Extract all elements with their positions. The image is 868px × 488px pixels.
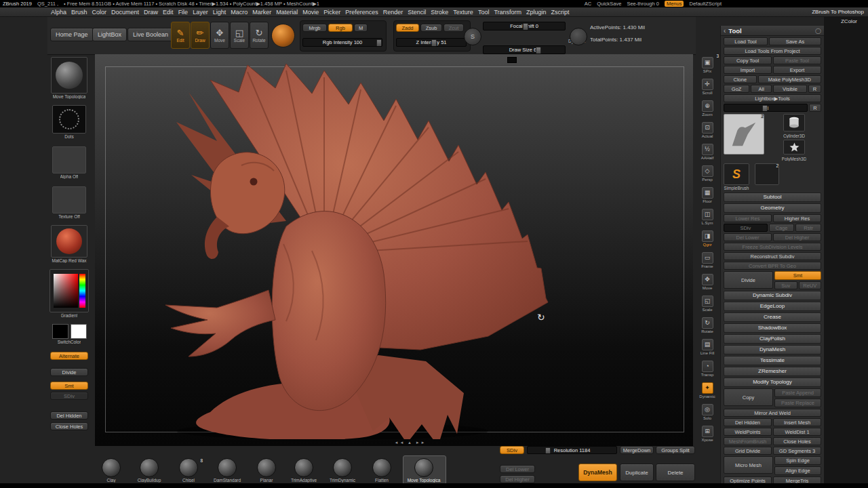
quicksave-button[interactable]: QuickSave bbox=[597, 1, 621, 7]
section-geometry[interactable]: Geometry bbox=[724, 203, 821, 213]
grid-divide-button[interactable]: Grid Divide bbox=[724, 447, 772, 455]
brush-clay[interactable]: Clay bbox=[92, 458, 130, 483]
color-picker[interactable] bbox=[50, 269, 89, 312]
menu-item-file[interactable]: File bbox=[178, 9, 189, 16]
weldpoints-button[interactable]: WeldPoints bbox=[724, 428, 772, 436]
tool-r-button[interactable]: R bbox=[809, 104, 821, 112]
draw-toggle[interactable]: ✏ Draw bbox=[191, 22, 210, 49]
current-stroke-thumbnail[interactable] bbox=[52, 105, 86, 134]
hue-strip[interactable] bbox=[79, 274, 85, 308]
export-button[interactable]: Export bbox=[773, 66, 821, 74]
load-tools-from-project-button[interactable]: Load Tools From Project bbox=[724, 47, 821, 55]
tool-thumbnail-simplebrush[interactable]: S bbox=[724, 163, 749, 185]
make-polymesh3d-button[interactable]: Make PolyMesh3D bbox=[758, 75, 821, 83]
link-zcolor[interactable]: ZColor bbox=[841, 18, 857, 24]
alternate-button[interactable]: Alternate bbox=[50, 352, 88, 360]
lightbox-button[interactable]: LightBox bbox=[92, 28, 127, 41]
menus-button[interactable]: Menus bbox=[665, 1, 684, 7]
frame-button[interactable]: ▭Frame bbox=[696, 249, 719, 271]
m-toggle[interactable]: M bbox=[354, 24, 368, 32]
import-button[interactable]: Import bbox=[724, 66, 772, 74]
menu-item-light[interactable]: Light bbox=[213, 9, 226, 16]
menu-item-preferences[interactable]: Preferences bbox=[345, 9, 378, 16]
section-subtool[interactable]: Subtool bbox=[724, 192, 821, 202]
bottom-del-higher-button[interactable]: Del Higher bbox=[500, 475, 535, 483]
actual-button[interactable]: ⊡Actual bbox=[696, 119, 719, 141]
divide-button[interactable]: Divide bbox=[50, 368, 88, 376]
link-zbrush-to-photoshop[interactable]: ZBrush To Photoshop bbox=[812, 9, 864, 15]
move-toggle[interactable]: ✥ Move bbox=[210, 22, 229, 49]
insert-mesh-button[interactable]: Insert Mesh bbox=[773, 418, 821, 426]
menu-item-draw[interactable]: Draw bbox=[144, 9, 158, 16]
menu-item-movie[interactable]: Movie bbox=[302, 9, 319, 16]
tool-count-knob[interactable] bbox=[762, 105, 768, 112]
groups-split-button[interactable]: Groups Split bbox=[656, 446, 695, 454]
menu-item-macro[interactable]: Macro bbox=[231, 9, 248, 16]
copy-button[interactable]: Copy bbox=[724, 388, 773, 406]
brush-flatten[interactable]: Flatten bbox=[363, 458, 401, 483]
section-crease[interactable]: Crease bbox=[724, 312, 821, 322]
alpha-thumbnail[interactable] bbox=[52, 146, 86, 174]
copy-tool-button[interactable]: Copy Tool bbox=[724, 56, 772, 64]
menu-item-document[interactable]: Document bbox=[111, 9, 139, 16]
rotate-nav-button[interactable]: ↻Rotate bbox=[696, 314, 719, 336]
spix-button[interactable]: ▣SPix3 bbox=[696, 54, 719, 76]
lower-res-button[interactable]: Lower Res bbox=[724, 214, 772, 222]
menu-item-transform[interactable]: Transform bbox=[494, 9, 521, 16]
resolution-knob[interactable] bbox=[545, 447, 551, 454]
mrgb-toggle[interactable]: Mrgb bbox=[302, 24, 327, 32]
mergedown-button[interactable]: MergeDown bbox=[620, 446, 654, 454]
sdiv-slider[interactable]: SDiv bbox=[724, 224, 768, 232]
resolution-slider[interactable]: Resolution 1184 bbox=[527, 446, 617, 454]
collapse-icon[interactable]: ‹ bbox=[724, 27, 726, 35]
zadd-toggle[interactable]: Zadd bbox=[396, 24, 419, 32]
main-color-swatch[interactable] bbox=[52, 324, 68, 339]
palette-dial-icon[interactable]: ◯ bbox=[815, 28, 821, 34]
home-page-button[interactable]: Home Page bbox=[50, 28, 94, 41]
brush-move-topological[interactable]: Move Topologica bbox=[405, 458, 443, 483]
line-fill-button[interactable]: ▤Line Fill bbox=[696, 336, 719, 358]
align-edge-button[interactable]: Align Edge bbox=[774, 466, 821, 475]
mirror-and-weld-button[interactable]: Mirror And Weld bbox=[724, 409, 821, 417]
menu-item-zscript[interactable]: Zscript bbox=[551, 9, 570, 16]
scale-toggle[interactable]: ◱ Scale bbox=[230, 22, 249, 49]
lsym-button[interactable]: ◫L.Sym bbox=[696, 206, 719, 228]
bottom-sdiv-button[interactable]: SDiv bbox=[500, 446, 524, 454]
menu-item-stencil[interactable]: Stencil bbox=[408, 9, 426, 16]
move-nav-button[interactable]: ✥Move bbox=[696, 271, 719, 293]
timeline-scrubber[interactable]: ◄◄ ▲ ►► bbox=[366, 441, 454, 445]
edit-toggle[interactable]: ✎ Edit bbox=[171, 22, 190, 49]
dynamesh-button[interactable]: DynaMesh bbox=[578, 464, 617, 481]
sculptris-pro-button[interactable] bbox=[271, 24, 295, 47]
alt-color-swatch[interactable] bbox=[71, 324, 87, 339]
close-holes-button[interactable]: Close Holes bbox=[50, 422, 88, 430]
zoom-button[interactable]: ⊕Zoom bbox=[696, 98, 719, 119]
material-thumbnail[interactable] bbox=[51, 225, 87, 258]
brush-trimadaptive[interactable]: TrimAdaptive bbox=[285, 458, 323, 483]
zsub-toggle[interactable]: Zsub bbox=[420, 24, 442, 32]
brush-damstandard[interactable]: DamStandard bbox=[208, 458, 246, 483]
section-zremesher[interactable]: ZRemesher bbox=[724, 367, 821, 376]
z-intensity-slider[interactable]: Z Intensity 51 bbox=[396, 38, 467, 47]
delete-button[interactable]: Delete bbox=[656, 464, 695, 481]
menu-item-stroke[interactable]: Stroke bbox=[431, 9, 448, 16]
persp-button[interactable]: ◇Persp bbox=[696, 163, 719, 184]
menu-item-zplugin[interactable]: Zplugin bbox=[526, 9, 547, 16]
smt-toggle[interactable]: Smt bbox=[50, 382, 88, 390]
tool-thumbnail-cylinder3d[interactable] bbox=[783, 114, 805, 131]
clone-button[interactable]: Clone bbox=[724, 75, 757, 83]
menu-item-color[interactable]: Color bbox=[92, 9, 107, 16]
menu-item-edit[interactable]: Edit bbox=[163, 9, 174, 16]
del-lower-button[interactable]: Del Lower bbox=[724, 233, 772, 241]
active-tool-thumbnail[interactable]: 2 bbox=[724, 114, 764, 155]
suv-button[interactable]: Suv bbox=[774, 281, 797, 289]
gd-segments-slider[interactable]: GD Segments 3 bbox=[773, 447, 821, 455]
sdiv-slider[interactable]: SDiv bbox=[50, 392, 88, 400]
section-edgeloop[interactable]: EdgeLoop bbox=[724, 302, 821, 311]
menu-item-alpha[interactable]: Alpha bbox=[51, 9, 66, 16]
rotate-toggle[interactable]: ↻ Rotate bbox=[250, 22, 269, 49]
spin-edge-button[interactable]: Spin Edge bbox=[774, 456, 821, 465]
see-through-control[interactable]: See-through 0 bbox=[627, 1, 659, 7]
goz-button[interactable]: GoZ bbox=[724, 85, 749, 93]
rstr-button[interactable]: Rstr bbox=[795, 224, 821, 232]
